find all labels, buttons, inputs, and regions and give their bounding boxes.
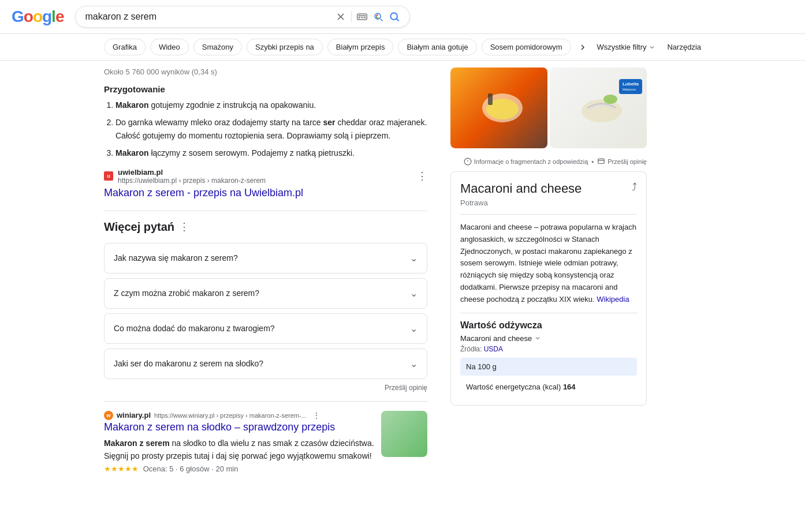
nutrition-select-label: Macaroni and cheese <box>460 334 532 343</box>
faq-question-4: Jaki ser do makaronu z serem na słodko? <box>114 359 263 368</box>
keyboard-button[interactable] <box>356 11 368 23</box>
svg-point-5 <box>361 16 361 16</box>
logo-e: e <box>55 8 64 25</box>
lens-button[interactable] <box>372 11 384 23</box>
faq-question-3: Co można dodać do makaronu z twarogiem? <box>114 324 275 333</box>
svg-rect-17 <box>488 93 493 105</box>
faq-chevron-4: ⌄ <box>410 358 418 369</box>
header: Google <box>0 0 805 34</box>
featured-snippet: Przygotowanie Makaron gotujemy zgodnie z… <box>104 84 427 199</box>
divider-1 <box>104 211 427 211</box>
info-meta-fragments: Informacje o fragmentach z odpowiedzią <box>464 158 588 166</box>
info-box-desc: Macaroni and cheese – potrawa popularna … <box>460 222 637 306</box>
faq-question-1: Jak nazywa się makaron z serem? <box>114 253 238 263</box>
snippet-more-button[interactable]: ⋮ <box>417 170 427 182</box>
fragments-label: Informacje o fragmentach z odpowiedzią <box>474 158 588 165</box>
snippet-step-1: Makaron gotujemy zgodnie z instrukcją na… <box>115 99 427 111</box>
info-divider-2 <box>460 313 637 313</box>
result-desc: Makaron z serem na słodko to dla wielu z… <box>104 437 374 463</box>
svg-rect-23 <box>598 159 605 163</box>
more-questions-header: Więcej pytań ⋮ <box>104 220 427 234</box>
snippet-source-name: uwielbiam.pl <box>118 168 266 177</box>
filter-smazony[interactable]: Smażony <box>193 39 242 55</box>
result-source-row: w winiary.pl https://www.winiary.pl › pr… <box>104 411 374 420</box>
search-button[interactable] <box>389 11 400 23</box>
snippet-favicon: u <box>104 171 113 181</box>
logo-g: G <box>12 8 24 25</box>
result-count: Około 5 760 000 wyników (0,34 s) <box>104 68 427 76</box>
svg-point-4 <box>359 16 360 16</box>
nutrition-energy-label: Wartość energetyczna (kcal) <box>466 383 561 391</box>
faq-question-2: Z czym można zrobić makaron z serem? <box>114 289 259 298</box>
divider <box>351 11 352 23</box>
filter-wideo[interactable]: Wideo <box>150 39 189 55</box>
snippet-step-3: Makaron łączymy z sosem serowym. Podajem… <box>115 147 427 159</box>
info-box-desc-text: Macaroni and cheese – potrawa popularna … <box>460 223 636 304</box>
rating-count: 6 głosów <box>180 464 209 473</box>
nutrition-source-link[interactable]: USDA <box>484 345 503 353</box>
filter-bialym-ania[interactable]: Białym ania gotuje <box>398 39 476 55</box>
tools-button[interactable]: Narzędzia <box>667 43 701 51</box>
filter-sosem[interactable]: Sosem pomidorowym <box>482 39 571 55</box>
image-2[interactable]: LubellaMakaron <box>550 68 647 148</box>
faq-chevron-3: ⌄ <box>410 323 418 334</box>
all-filters-label: Wszystkie filtry <box>597 43 647 51</box>
result-desc-bold: Makaron z serem <box>104 439 170 448</box>
nutrition-title: Wartość odżywcza <box>460 320 637 331</box>
nutrition-select[interactable]: Macaroni and cheese <box>460 334 637 343</box>
filter-szybki[interactable]: Szybki przepis na <box>247 39 323 55</box>
image-1[interactable] <box>450 68 547 148</box>
submit-opinion-meta[interactable]: Prześlij opinię <box>597 158 647 166</box>
snippet-source-row: u uwielbiam.pl https://uwielbiam.pl › pr… <box>104 168 427 185</box>
info-box-wiki-link[interactable]: Wikipedia <box>597 295 629 304</box>
svg-point-13 <box>391 13 398 20</box>
more-questions-section: Więcej pytań ⋮ Jak nazywa się makaron z … <box>104 220 427 392</box>
svg-line-12 <box>381 19 383 21</box>
result-source-url: https://www.winiary.pl › przepisy › maka… <box>154 412 307 419</box>
logo-o1: o <box>24 8 33 25</box>
search-input[interactable] <box>85 12 330 22</box>
info-box-subtitle: Potrawa <box>460 198 637 207</box>
faq-item-4[interactable]: Jaki ser do makaronu z serem na słodko? … <box>104 349 427 379</box>
faq-item-3[interactable]: Co można dodać do makaronu z twarogiem? … <box>104 313 427 344</box>
rating-time: 20 min <box>215 464 238 473</box>
svg-point-8 <box>359 17 360 18</box>
nutrition-per-label: Na 100 g <box>466 362 497 371</box>
faq-chevron-2: ⌄ <box>410 288 418 299</box>
filter-grafika[interactable]: Grafika <box>104 39 146 55</box>
svg-point-10 <box>365 17 366 18</box>
search-bar <box>75 6 410 28</box>
snippet-title: Przygotowanie <box>104 84 427 94</box>
right-column: LubellaMakaron Informacje o fragmentach … <box>439 61 658 480</box>
info-box: Macaroni and cheese ⤴ Potrawa Macaroni a… <box>450 171 647 406</box>
faq-item-1[interactable]: Jak nazywa się makaron z serem? ⌄ <box>104 243 427 274</box>
all-filters-button[interactable]: Wszystkie filtry <box>597 43 656 51</box>
divider-2 <box>104 401 427 402</box>
more-questions-menu[interactable]: ⋮ <box>179 220 189 233</box>
share-button[interactable]: ⤴ <box>632 181 637 193</box>
faq-item-2[interactable]: Z czym można zrobić makaron z serem? ⌄ <box>104 278 427 309</box>
google-logo: Google <box>12 8 64 26</box>
snippet-steps: Makaron gotujemy zgodnie z instrukcją na… <box>104 99 427 160</box>
nutrition-source: Źródła: USDA <box>460 345 637 353</box>
filters-more-button[interactable] <box>578 43 587 52</box>
result-title[interactable]: Makaron z serem na słodko – sprawdzony p… <box>104 421 374 433</box>
nutrition-source-label: Źródła: <box>460 345 482 353</box>
snippet-link[interactable]: Makaron z serem - przepis na Uwielbiam.p… <box>104 187 427 199</box>
result-more-menu[interactable]: ⋮ <box>312 411 320 420</box>
svg-line-14 <box>397 19 399 21</box>
info-meta-row: Informacje o fragmentach z odpowiedzią •… <box>450 158 647 166</box>
logo-l: l <box>51 8 55 25</box>
svg-point-19 <box>603 95 617 104</box>
faq-chevron-1: ⌄ <box>410 253 418 264</box>
nutrition-per-row: Na 100 g <box>460 358 637 376</box>
clear-button[interactable] <box>335 11 346 23</box>
submit-opinion-faq[interactable]: Prześlij opinię <box>104 384 427 392</box>
svg-point-6 <box>363 16 363 16</box>
meta-dot: • <box>591 158 594 165</box>
snippet-source-info: uwielbiam.pl https://uwielbiam.pl › prze… <box>118 168 266 185</box>
images-row: LubellaMakaron <box>450 68 647 148</box>
filter-bialym-przepis[interactable]: Białym przepis <box>327 39 394 55</box>
info-divider-1 <box>460 214 637 215</box>
info-box-header: Macaroni and cheese ⤴ <box>460 181 637 196</box>
